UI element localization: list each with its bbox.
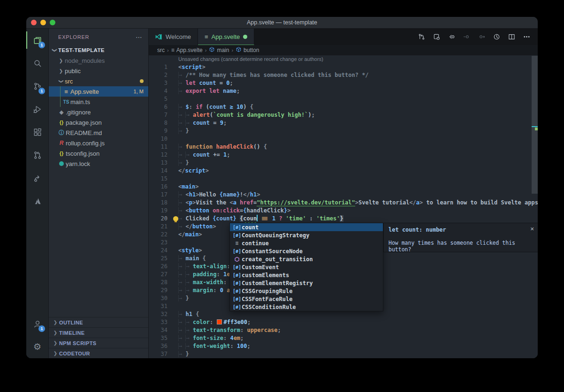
tab-welcome[interactable]: Welcome — [149, 29, 198, 45]
git-compare-icon[interactable] — [418, 33, 425, 40]
token: ; — [236, 88, 240, 94]
code-line[interactable]: 13→ } — [149, 159, 538, 167]
code-editor[interactable]: Unsaved changes (cannot determine recent… — [149, 55, 538, 358]
source-control-icon[interactable]: 1 — [26, 75, 48, 98]
token — [234, 343, 237, 349]
extensions-icon[interactable] — [26, 121, 48, 143]
suggest-item-label: CustomElementRegistry — [242, 280, 313, 286]
file-history-icon[interactable] — [493, 33, 500, 40]
code-line[interactable]: 15 — [149, 175, 538, 183]
code-line[interactable]: 14</script> — [149, 167, 538, 175]
prev-change-arrow-icon[interactable] — [448, 33, 455, 40]
code-line[interactable]: 6→ $: if (count ≥ 10) { — [149, 103, 538, 111]
tree-item-src[interactable]: ❯src — [49, 76, 148, 86]
tree-item-rollup-config-js[interactable]: Rrollup.config.js — [49, 138, 148, 148]
code-line[interactable]: 18→ <p>Visit the <a href="https://svelte… — [149, 199, 538, 207]
token — [206, 88, 209, 94]
code-line[interactable]: 34→ → text-transform: uppercase; — [149, 326, 538, 334]
tree-item--gitignore[interactable]: ◈.gitignore — [49, 107, 148, 117]
code-line[interactable]: 35→ → font-size: 4em; — [149, 334, 538, 342]
breadcrumb-item-src[interactable]: src — [157, 47, 165, 53]
tree-item-main-ts[interactable]: TSmain.ts — [49, 97, 148, 107]
suggest-item-count[interactable]: [ø]count — [230, 223, 383, 231]
suggest-item-customelements[interactable]: [ø]customElements — [230, 271, 383, 279]
code-line[interactable]: 19→ <button on:click={handleClick}> — [149, 207, 538, 215]
tree-item-public[interactable]: ❯public — [49, 66, 148, 76]
tree-item-node-modules[interactable]: ❯node_modules — [49, 55, 148, 66]
token: → — [185, 279, 192, 286]
explorer-icon[interactable]: 1 — [26, 29, 48, 52]
tree-item-yarn-lock[interactable]: yarn.lock — [49, 158, 148, 169]
editor-scrollbar[interactable] — [532, 55, 538, 358]
code-line[interactable]: 7→ → alert(`count is dangerously high!`)… — [149, 111, 538, 119]
code-line[interactable]: 9→ } — [149, 127, 538, 135]
section-timeline[interactable]: ❯TIMELINE — [49, 327, 148, 338]
split-editor-icon[interactable] — [508, 33, 515, 40]
suggest-item-cssgroupingrule[interactable]: [ø]CSSGroupingRule — [230, 287, 383, 295]
code-line[interactable]: 11→ function handleClick() { — [149, 143, 538, 151]
section-codetour[interactable]: ❯CODETOUR — [49, 348, 148, 358]
open-changes-icon[interactable] — [433, 33, 440, 40]
close-icon[interactable]: ✕ — [530, 225, 534, 232]
section-npm-scripts[interactable]: ❯NPM SCRIPTS — [49, 338, 148, 348]
sidebar-more-icon[interactable]: ⋯ — [136, 33, 143, 41]
code-line[interactable]: 4→ export let name; — [149, 87, 538, 95]
github-pr-icon[interactable] — [26, 143, 48, 166]
token: `count is dangerously high!` — [213, 112, 308, 118]
line-number: 21 — [149, 223, 171, 231]
code-line[interactable]: 10 — [149, 135, 538, 143]
breadcrumb-item-main[interactable]: main — [209, 46, 229, 54]
code-line[interactable]: 20→ Clicked {count} {coun ≡ 1 ? 'time' :… — [149, 215, 538, 223]
suggest-item-label: create_out_transition — [242, 256, 313, 263]
tree-item-app-svelte[interactable]: ≡App.svelte1, M — [49, 86, 148, 97]
code-line[interactable]: 5 — [149, 95, 538, 103]
tree-item-label: node_modules — [65, 57, 105, 64]
section-outline[interactable]: ❯OUTLINE — [49, 317, 148, 327]
suggest-item-cssfontfacerule[interactable]: [ø]CSSFontFaceRule — [230, 295, 383, 303]
suggest-item-cssconditionrule[interactable]: [ø]CSSConditionRule — [230, 303, 383, 311]
suggest-item-countqueuingstrategy[interactable]: [ø]CountQueuingStrategy — [230, 231, 383, 239]
suggest-signature: let count: number — [384, 223, 538, 233]
live-share-icon[interactable] — [26, 166, 48, 189]
next-change-icon[interactable] — [478, 33, 485, 40]
suggest-item-constantsourcenode[interactable]: [ø]ConstantSourceNode — [230, 247, 383, 255]
chevron-down-icon: ❯ — [59, 77, 64, 85]
run-debug-icon[interactable] — [26, 98, 48, 121]
token: name — [223, 88, 236, 94]
prev-change-icon[interactable] — [463, 33, 470, 40]
line-number: 23 — [149, 239, 171, 247]
code-line[interactable]: 3→ let count = 0; — [149, 79, 538, 87]
project-root-row[interactable]: ❯TEST-TEMPLATE — [49, 45, 148, 55]
code-line[interactable]: 36→ → font-weight: 100; — [149, 342, 538, 350]
code-line[interactable]: 12→ → count += 1; — [149, 151, 538, 159]
code-line[interactable]: 33→ → color: #ff3e00; — [149, 318, 538, 326]
tree-item-readme-md[interactable]: ⓘREADME.md — [49, 128, 148, 138]
suggest-item-continue[interactable]: ≡continue — [230, 239, 383, 247]
tree-item-tsconfig-json[interactable]: {}tsconfig.json — [49, 148, 148, 158]
code-line[interactable]: 2→ /** How many times has someone clicke… — [149, 71, 538, 79]
suggest-item-create_out_transition[interactable]: ⬡create_out_transition — [230, 255, 383, 263]
search-icon[interactable] — [26, 52, 48, 75]
scrollbar-slider[interactable] — [532, 56, 538, 194]
breadcrumb-item-app-svelte[interactable]: ≡App.svelte — [171, 47, 203, 53]
suggest-item-customevent[interactable]: [ø]CustomEvent — [230, 263, 383, 271]
tree-item-label: package.json — [66, 119, 102, 126]
suggest-item-customelementregistry[interactable]: [ø]CustomElementRegistry — [230, 279, 383, 287]
token: name — [223, 191, 236, 198]
line-number: 9 — [149, 127, 171, 135]
code-line[interactable]: 16<main> — [149, 183, 538, 191]
code-line[interactable]: 8→ → count = 9; — [149, 119, 538, 127]
tree-item-package-json[interactable]: {}package.json — [49, 117, 148, 128]
lightbulb-icon[interactable] — [173, 216, 178, 221]
code-line[interactable]: 17→ <h1>Hello {name}!</h1> — [149, 191, 538, 199]
breadcrumb-item-button[interactable]: button — [236, 46, 259, 54]
tab-app-svelte[interactable]: ≡App.svelte — [198, 29, 254, 45]
code-line[interactable]: 37→ } — [149, 350, 538, 358]
more-actions-icon[interactable] — [523, 33, 530, 40]
accounts-icon[interactable]: 1 — [26, 312, 48, 335]
line-number: 10 — [149, 135, 171, 143]
code-line[interactable]: 32→ h1 { — [149, 310, 538, 318]
settings-icon[interactable]: ⚙ — [26, 335, 48, 358]
code-line[interactable]: 1<script> — [149, 63, 538, 71]
azure-icon[interactable] — [26, 189, 48, 212]
